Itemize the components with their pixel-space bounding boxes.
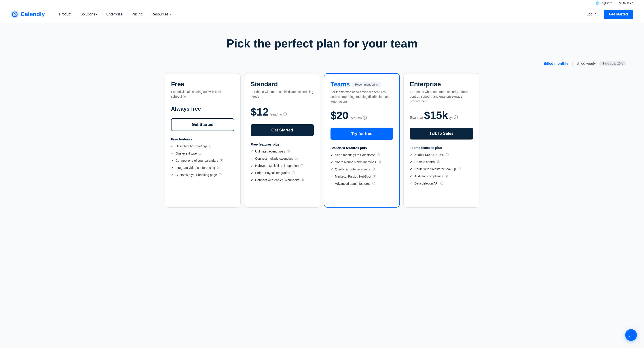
talk-to-sales-link[interactable]: Talk to sales (617, 1, 633, 5)
logo[interactable]: Calendly (11, 10, 45, 18)
enterprise-price-amount: $15k (424, 109, 448, 121)
get-started-button[interactable]: Get started (604, 10, 633, 19)
check-icon: ✓ (410, 167, 412, 171)
standard-price: $12 /seat/mo ⓘ (251, 106, 314, 118)
list-item: ✓ One event type ⓘ (171, 151, 234, 155)
plan-card-free: Free For individuals starting out with b… (164, 73, 240, 208)
enterprise-price-starts: Starts at (410, 116, 423, 120)
standard-price-unit: /seat/mo (270, 113, 282, 116)
enterprise-price: Starts at $15k /yr ⓘ (410, 109, 473, 121)
info-icon: ⓘ (300, 164, 304, 168)
enterprise-cta-button[interactable]: Talk to Sales (410, 128, 473, 139)
free-plan-name: Free (171, 81, 234, 88)
check-icon: ✓ (410, 182, 412, 185)
standard-plan-desc: For those with more sophisticated schedu… (251, 90, 314, 100)
list-item: ✓ Unlimited 1-1 meetings ⓘ (171, 144, 234, 148)
info-icon: ⓘ (372, 182, 375, 186)
info-icon: ⓘ (440, 182, 443, 186)
info-icon: ⓘ (283, 111, 287, 117)
standard-cta-button[interactable]: Get Started (251, 124, 314, 136)
info-icon: ⓘ (198, 151, 202, 155)
hero-section: Pick the perfect plan for your team (0, 22, 644, 57)
info-icon: ⓘ (445, 174, 448, 178)
info-icon: ⓘ (220, 158, 223, 162)
info-icon: ⓘ (295, 156, 298, 160)
check-icon: ✓ (251, 157, 253, 160)
teams-price-unit: /seat/mo (350, 116, 362, 120)
standard-price-row: $12 /seat/mo ⓘ (251, 106, 314, 118)
check-icon: ✓ (410, 160, 412, 164)
free-plan-desc: For individuals starting out with basic … (171, 90, 234, 100)
info-icon: ⓘ (363, 115, 367, 120)
list-item: ✓ Advanced admin features ⓘ (330, 182, 393, 186)
info-icon: ⓘ (377, 153, 380, 157)
list-item: ✓ Integrate video conferencing ⓘ (171, 166, 234, 170)
logo-text: Calendly (20, 11, 45, 18)
list-item: ✓ Unlimited event types ⓘ (251, 149, 314, 153)
check-icon: ✓ (171, 166, 174, 169)
solutions-chevron-icon: ▾ (96, 13, 97, 16)
teams-price: $20 /seat/mo ⓘ (330, 109, 393, 122)
pricing-section: Free For individuals starting out with b… (0, 71, 644, 223)
nav-product[interactable]: Product (56, 11, 75, 18)
free-price-row: Always free (171, 106, 234, 112)
check-icon: ✓ (410, 175, 412, 178)
free-cta-button[interactable]: Get Started (171, 118, 234, 131)
billing-toggle: Billed monthly | Billed yearly Save up t… (0, 57, 644, 71)
info-icon: ⓘ (292, 171, 295, 175)
free-features-heading: Free features (171, 137, 234, 141)
language-selector[interactable]: 🌐 English ▾ (596, 1, 612, 5)
nav-pricing[interactable]: Pricing (128, 11, 146, 18)
list-item: ✓ Customize your booking page ⓘ (171, 173, 234, 177)
free-price-display: Always free (171, 106, 234, 112)
check-icon: ✓ (330, 175, 333, 178)
check-icon: ✓ (330, 182, 333, 186)
plan-card-teams: Teams Recommended ☆ For teams who need a… (324, 73, 400, 208)
topbar: 🌐 English ▾ Talk to sales (0, 0, 644, 6)
check-icon: ✓ (330, 167, 333, 171)
list-item: ✓ Stripe, Paypal integration ⓘ (251, 171, 314, 175)
info-icon: ⓘ (287, 149, 290, 153)
nav-actions: Log In Get started (583, 10, 633, 19)
info-icon: ⓘ (378, 160, 381, 164)
nav-resources[interactable]: Resources ▾ (148, 11, 174, 18)
check-icon: ✓ (330, 153, 333, 157)
list-item: ✓ Route with Salesforce look-up ⓘ (410, 167, 473, 171)
billing-yearly[interactable]: Billed yearly (576, 62, 596, 66)
recommended-badge: Recommended ☆ (352, 82, 381, 87)
teams-cta-button[interactable]: Try for free (330, 128, 393, 140)
info-icon: ⓘ (372, 167, 375, 171)
check-icon: ✓ (410, 153, 412, 156)
info-icon: ⓘ (373, 175, 376, 179)
nav-enterprise[interactable]: Enterprise (103, 11, 126, 18)
billing-monthly[interactable]: Billed monthly (544, 62, 568, 66)
list-item: ✓ Share Round Robin meetings ⓘ (330, 160, 393, 164)
teams-plan-name: Teams Recommended ☆ (330, 81, 393, 88)
enterprise-price-row: Starts at $15k /yr ⓘ (410, 109, 473, 121)
check-icon: ✓ (171, 144, 174, 148)
language-label: English (600, 1, 610, 5)
check-icon: ✓ (251, 150, 253, 153)
check-icon: ✓ (171, 173, 174, 177)
nav-solutions[interactable]: Solutions ▾ (77, 11, 101, 18)
check-icon: ✓ (171, 159, 174, 162)
enterprise-price-unit: /yr (449, 116, 453, 120)
list-item: ✓ Connect one of your calendars ⓘ (171, 158, 234, 162)
list-item: ✓ Domain control ⓘ (410, 160, 473, 164)
info-icon: ⓘ (301, 178, 304, 182)
check-icon: ✓ (171, 152, 174, 155)
chevron-down-icon: ▾ (610, 1, 612, 5)
info-icon: ⓘ (217, 166, 220, 170)
star-icon: ☆ (376, 83, 378, 86)
logo-icon (11, 10, 19, 18)
standard-plan-name: Standard (251, 81, 314, 88)
globe-icon: 🌐 (596, 1, 599, 5)
nav-links: Product Solutions ▾ Enterprise Pricing R… (56, 11, 583, 18)
login-button[interactable]: Log In (583, 11, 600, 18)
resources-chevron-icon: ▾ (170, 13, 171, 16)
teams-price-row: $20 /seat/mo ⓘ (330, 109, 393, 122)
enterprise-plan-desc: For teams who need more security, admin … (410, 90, 473, 104)
info-icon: ⓘ (209, 144, 212, 148)
list-item: ✓ Connect multiple calendars ⓘ (251, 156, 314, 160)
list-item: ✓ HubSpot, Mailchimp integration ⓘ (251, 164, 314, 168)
